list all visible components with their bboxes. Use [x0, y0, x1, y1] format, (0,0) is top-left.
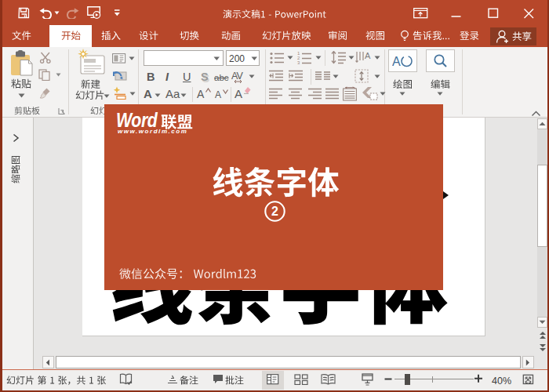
svg-text:A: A	[365, 51, 371, 60]
svg-text:3: 3	[297, 60, 300, 64]
svg-text:A: A	[392, 55, 401, 68]
svg-text:2: 2	[271, 205, 278, 218]
